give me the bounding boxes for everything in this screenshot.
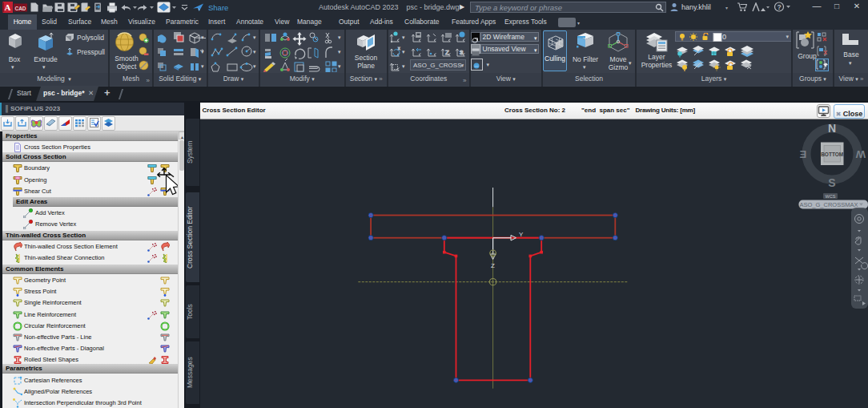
svg-text:Z: Z	[445, 49, 449, 56]
svg-text:?: ?	[777, 3, 781, 11]
svg-text:Z: Z	[491, 262, 495, 269]
svg-text:Share: Share	[208, 3, 228, 12]
svg-text:WCS: WCS	[826, 194, 836, 199]
svg-text:3: 3	[460, 49, 464, 56]
svg-text:x: x	[398, 46, 400, 50]
svg-text:A: A	[5, 2, 11, 12]
svg-text:CAD: CAD	[14, 6, 26, 11]
svg-text:ASO_G_CROSSMAX: ASO_G_CROSSMAX	[800, 201, 858, 208]
svg-text:E: E	[799, 148, 806, 160]
svg-text:Y: Y	[519, 231, 524, 238]
svg-text:W: W	[856, 148, 866, 160]
svg-text:N: N	[828, 122, 836, 135]
svg-text:S: S	[828, 176, 835, 189]
svg-text:BOTTOM: BOTTOM	[821, 151, 843, 157]
